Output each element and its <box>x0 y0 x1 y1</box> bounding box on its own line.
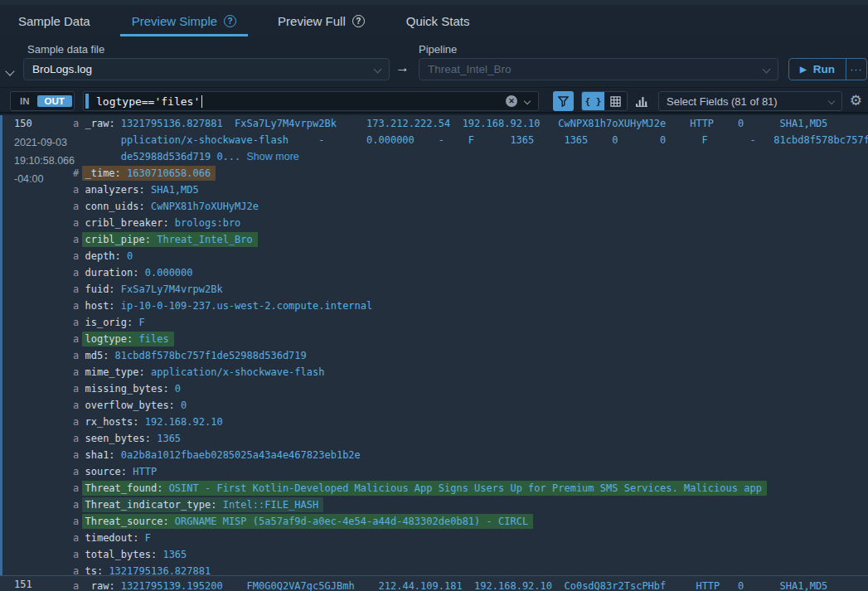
field: logtype: files <box>82 332 173 346</box>
filter-funnel-button[interactable] <box>553 91 574 111</box>
run-more-options-button[interactable]: ··· <box>846 59 866 80</box>
field-row[interactable]: a rx_hosts: 192.168.92.10 <box>73 414 868 430</box>
field-name: fuid: <box>85 283 114 295</box>
event-timestamp: 2021-09-0319:10:58.066-04:00 <box>14 133 75 188</box>
sample-data-file-select[interactable]: BroLogs.log <box>23 58 390 80</box>
json-view-button[interactable]: { } <box>582 92 604 110</box>
tab-preview-full[interactable]: Preview Full ? <box>264 5 378 36</box>
pipeline-value: Threat_Intel_Bro <box>428 63 512 75</box>
field-row[interactable]: a md5: 81cbd8f578bc757f1de52988d536d719 <box>73 347 868 364</box>
field-row[interactable]: a Threat_found: OSINT - First Kotlin-Dev… <box>73 480 868 497</box>
field-row[interactable]: a overflow_bytes: 0 <box>73 397 868 414</box>
out-toggle[interactable]: OUT <box>37 95 72 107</box>
field-name: cribl_breaker: <box>85 217 168 229</box>
field-value: SHA1,MD5 <box>151 184 199 196</box>
field-type-icon: a <box>73 416 79 428</box>
field: sha1: 0a2b8a1012fbaeb0285025a43a4e467823… <box>82 448 365 463</box>
field-name: logtype: <box>85 333 133 345</box>
event-list: 150 2021-09-0319:10:58.066-04:00 a _raw:… <box>0 115 868 591</box>
field-row-raw[interactable]: a _raw: 1321795136.827881 FxSa7Ly7M4vrpw… <box>73 115 868 132</box>
field-row[interactable]: a total_bytes: 1365 <box>73 546 868 563</box>
field-row[interactable]: # _time: 1630710658.066 <box>73 165 868 182</box>
field-value: CwNPX81h7oXUHyMJ2e <box>151 201 259 212</box>
field-type-icon: a <box>73 234 79 245</box>
field-row[interactable]: a seen_bytes: 1365 <box>73 430 868 447</box>
field-value: 0.000000 <box>145 267 193 279</box>
field-row[interactable]: a cribl_breaker: brologs:bro <box>73 215 868 231</box>
next-event-row[interactable]: 151 a _raw: 1321795139.195200 FM0G0Q2VA7… <box>0 575 868 591</box>
tab-sample-data[interactable]: Sample Data <box>5 5 104 36</box>
field-row-raw: a _raw: 1321795139.195200 FM0G0Q2VA7gc5G… <box>73 578 868 591</box>
field-row[interactable]: a fuid: FxSa7Ly7M4vrpw2Bk <box>73 281 868 298</box>
field: host: ip-10-0-109-237.us-west-2.compute.… <box>82 298 377 313</box>
chevron-down-icon <box>828 98 835 104</box>
tab-quick-stats[interactable]: Quick Stats <box>393 5 483 36</box>
event-number[interactable]: 150 <box>14 118 32 129</box>
field-value: 1630710658.066 <box>127 167 211 179</box>
field-value: application/x-shockwave-flash <box>151 366 325 378</box>
field-rows-container: # _time: 1630710658.066a analyzers: SHA1… <box>73 165 868 579</box>
field: Threat_found: OSINT - First Kotlin-Devel… <box>82 481 766 496</box>
selected-event-strip <box>0 115 2 591</box>
field-type-icon: a <box>73 549 79 560</box>
field-type-icon: # <box>73 167 79 179</box>
field-row[interactable]: a missing_bytes: 0 <box>73 380 868 397</box>
field-row[interactable]: a mime_type: application/x-shockwave-fla… <box>73 364 868 380</box>
field-name: sha1: <box>85 449 114 461</box>
help-icon[interactable]: ? <box>352 15 365 27</box>
field-row[interactable]: a timedout: F <box>73 530 868 546</box>
field: fuid: FxSa7Ly7M4vrpw2Bk <box>82 282 227 297</box>
table-view-button[interactable] <box>604 92 627 110</box>
settings-gear-icon[interactable]: ⚙ <box>850 92 862 110</box>
select-fields-dropdown[interactable]: Select Fields (81 of 81) <box>658 91 842 111</box>
field-row[interactable]: a is_orig: F <box>73 314 868 331</box>
tab-preview-simple[interactable]: Preview Simple ? <box>119 5 250 36</box>
field-name: timedout: <box>85 532 138 544</box>
raw-continuation: de52988d536d719 0... Show more <box>73 148 868 165</box>
field: is_orig: F <box>82 315 149 330</box>
field: seen_bytes: 1365 <box>82 431 186 446</box>
field-row[interactable]: a analyzers: SHA1,MD5 <box>73 182 868 198</box>
field-name: Threat_source: <box>85 516 168 527</box>
pipeline-select[interactable]: Threat_Intel_Bro <box>419 58 778 80</box>
help-icon[interactable]: ? <box>224 15 236 27</box>
text-caret <box>201 95 202 108</box>
filter-expression-input[interactable]: logtype=='files' ✕ <box>83 91 539 111</box>
tab-label: Preview Full <box>278 14 346 28</box>
field-name: conn_uids: <box>85 201 144 212</box>
clear-filter-icon[interactable]: ✕ <box>506 95 517 107</box>
field: Threat_indicator_type: Intel::FILE_HASH <box>82 497 323 512</box>
chevron-down-icon[interactable] <box>524 98 531 104</box>
field-row[interactable]: a logtype: files <box>73 331 868 347</box>
field-row[interactable]: a duration: 0.000000 <box>73 264 868 281</box>
field-name: cribl_pipe: <box>85 234 150 245</box>
field: cribl_pipe: Threat_Intel_Bro <box>82 232 257 247</box>
field-row[interactable]: a cribl_pipe: Threat_Intel_Bro <box>73 231 868 248</box>
field: duration: 0.000000 <box>82 265 197 280</box>
field: depth: 0 <box>82 249 138 264</box>
field-value: files <box>139 333 169 345</box>
field: cribl_breaker: brologs:bro <box>82 216 245 230</box>
field-row[interactable]: a depth: 0 <box>73 248 868 264</box>
field-type-icon: a <box>73 366 79 378</box>
sample-pipeline-bar: Sample data file BroLogs.log → Pipeline … <box>0 36 868 88</box>
field-row[interactable]: a Threat_source: ORGNAME MISP (5a57af9d-… <box>73 513 868 530</box>
field-value: Threat_Intel_Bro <box>157 234 253 245</box>
collapse-chevron-icon[interactable] <box>7 63 18 75</box>
field-row[interactable]: a source: HTTP <box>73 463 868 480</box>
event-number: 151 <box>14 579 32 590</box>
field-type-icon: a <box>73 516 79 527</box>
field-row[interactable]: a Threat_indicator_type: Intel::FILE_HAS… <box>73 497 868 513</box>
field-row[interactable]: a sha1: 0a2b8a1012fbaeb0285025a43a4e4678… <box>73 447 868 463</box>
tab-label: Sample Data <box>18 14 90 28</box>
chart-stats-button[interactable] <box>632 91 652 111</box>
show-more-link[interactable]: Show more <box>247 151 299 162</box>
run-button[interactable]: ▶ Run <box>789 59 846 80</box>
field-row[interactable]: a conn_uids: CwNPX81h7oXUHyMJ2e <box>73 198 868 215</box>
in-toggle[interactable]: IN <box>12 95 37 107</box>
field-name: mime_type: <box>85 366 144 378</box>
field-value: ORGNAME MISP (5a57af9d-a0ec-4e54-a44d-48… <box>175 516 528 527</box>
field-row[interactable]: a host: ip-10-0-109-237.us-west-2.comput… <box>73 298 868 314</box>
chevron-down-icon <box>763 65 771 74</box>
field-name: _time: <box>85 167 120 179</box>
